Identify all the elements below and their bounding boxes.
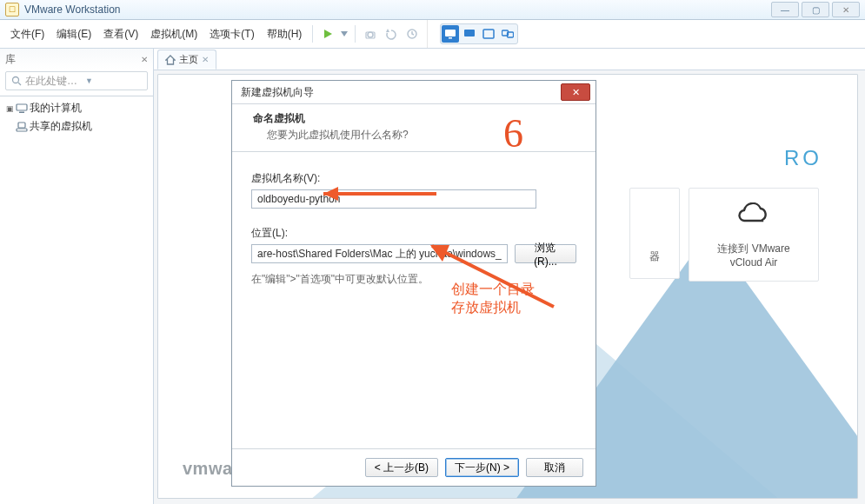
browse-button[interactable]: 浏览(R)... [515, 244, 576, 263]
dialog-heading: 命名虚拟机 [253, 111, 582, 126]
power-on-button[interactable] [318, 24, 337, 43]
dialog-titlebar: 新建虚拟机向导 ✕ [232, 81, 596, 104]
card-line2: vCloud Air [696, 256, 811, 269]
app-body: 库 ✕ 在此处键入内容进行搜索 ▼ ▣ 我的计算机 共享的虚拟机 [0, 49, 865, 504]
svg-point-5 [408, 30, 416, 38]
minimize-button[interactable]: — [771, 2, 799, 17]
product-pro-text: RO [784, 146, 822, 170]
new-vm-wizard-dialog: 新建虚拟机向导 ✕ 命名虚拟机 您要为此虚拟机使用什么名称? 虚拟机名称(V):… [231, 80, 596, 487]
svg-rect-9 [483, 30, 494, 38]
svg-rect-7 [449, 37, 452, 39]
search-placeholder: 在此处键入内容进行搜索 [25, 74, 82, 89]
expand-icon [5, 123, 14, 131]
menu-edit[interactable]: 编辑(E) [51, 25, 96, 43]
card-line1: 连接到 VMware [696, 242, 811, 256]
svg-rect-14 [17, 104, 27, 110]
view-mode-fullscreen-button[interactable] [480, 25, 497, 43]
back-button[interactable]: < 上一步(B) [365, 458, 438, 477]
multimonitor-icon [502, 29, 514, 39]
dialog-body: 虚拟机名称(V): 位置(L): 浏览(R)... 在"编辑">"首选项"中可更… [232, 152, 596, 448]
play-icon [322, 28, 334, 40]
manage-snapshot-button[interactable] [403, 24, 422, 43]
tree-item-my-computer[interactable]: ▣ 我的计算机 [0, 99, 153, 117]
view-mode-unity-button[interactable] [461, 25, 478, 43]
view-mode-multi-button[interactable] [499, 25, 516, 43]
card-label: 器 [637, 249, 672, 264]
chevron-down-icon: ▼ [85, 76, 142, 85]
app-title: VMware Workstation [24, 3, 120, 16]
svg-line-13 [18, 83, 21, 85]
menu-tabs[interactable]: 选项卡(T) [204, 25, 259, 43]
fullscreen-icon [482, 29, 495, 39]
search-icon [11, 76, 22, 86]
svg-marker-1 [341, 31, 348, 36]
svg-rect-16 [18, 123, 25, 128]
clock-icon [406, 28, 418, 40]
tree-item-label: 我的计算机 [30, 101, 82, 116]
card-remote-server[interactable]: 器 [629, 188, 680, 279]
view-mode-console-button[interactable] [442, 25, 459, 43]
next-label: 下一步(N) > [455, 461, 509, 475]
app-titlebar: ☐ VMware Workstation — ▢ ✕ [0, 0, 865, 20]
revert-snapshot-button[interactable] [382, 24, 401, 43]
tab-close-button[interactable]: ✕ [202, 55, 209, 64]
back-label: < 上一步(B) [375, 461, 429, 475]
svg-point-12 [13, 77, 19, 83]
monitor-icon [444, 29, 456, 39]
toolbar [428, 20, 523, 48]
menubar: 文件(F) 编辑(E) 查看(V) 虚拟机(M) 选项卡(T) 帮助(H) [0, 20, 865, 49]
svg-rect-8 [464, 30, 475, 36]
library-header: 库 ✕ [0, 49, 153, 68]
svg-marker-0 [324, 30, 332, 38]
vm-location-row: 浏览(R)... [251, 244, 576, 263]
cloud-icon [696, 202, 811, 233]
snapshot-button[interactable] [361, 24, 380, 43]
card-vcloud-air[interactable]: 连接到 VMware vCloud Air [689, 188, 819, 282]
window-controls: — ▢ ✕ [771, 2, 860, 17]
vm-location-label: 位置(L): [251, 226, 576, 241]
tab-strip: 主页 ✕ [154, 49, 865, 70]
expand-icon: ▣ [5, 104, 14, 113]
app-icon: ☐ [5, 3, 19, 17]
maximize-button[interactable]: ▢ [802, 2, 829, 17]
svg-rect-15 [19, 111, 24, 113]
main-area: 主页 ✕ RO 器 连接到 VMware vCloud Air vmware® [154, 49, 865, 504]
toolbar-separator [355, 25, 356, 43]
svg-rect-10 [502, 30, 509, 36]
tab-label: 主页 [179, 53, 198, 66]
vm-name-input[interactable] [251, 189, 536, 209]
dialog-subheading: 您要为此虚拟机使用什么名称? [253, 126, 582, 143]
screen-icon [463, 29, 476, 39]
dialog-close-button[interactable]: ✕ [561, 83, 590, 101]
svg-rect-3 [366, 32, 375, 38]
tree-item-label: 共享的虚拟机 [30, 119, 92, 134]
menu-view[interactable]: 查看(V) [98, 25, 143, 43]
revert-icon [385, 28, 397, 40]
menu-help[interactable]: 帮助(H) [262, 25, 308, 43]
menu-items: 文件(F) 编辑(E) 查看(V) 虚拟机(M) 选项卡(T) 帮助(H) [0, 20, 428, 48]
library-title: 库 [5, 52, 16, 67]
svg-marker-4 [386, 29, 389, 32]
cancel-label: 取消 [544, 461, 565, 475]
library-search[interactable]: 在此处键入内容进行搜索 ▼ [5, 71, 148, 90]
computer-icon [16, 103, 28, 114]
svg-rect-11 [508, 32, 514, 37]
browse-button-label: 浏览(R)... [524, 241, 567, 268]
dialog-buttons: < 上一步(B) 下一步(N) > 取消 [232, 448, 596, 486]
tab-home[interactable]: 主页 ✕ [157, 50, 216, 70]
menu-file[interactable]: 文件(F) [5, 25, 50, 43]
vm-location-input[interactable] [251, 244, 508, 263]
view-mode-group [440, 23, 518, 44]
power-menu-button[interactable] [339, 24, 349, 43]
close-window-button[interactable]: ✕ [832, 2, 860, 17]
menu-vm[interactable]: 虚拟机(M) [145, 25, 203, 43]
close-panel-button[interactable]: ✕ [141, 55, 148, 64]
cancel-button[interactable]: 取消 [526, 458, 583, 477]
default-location-hint: 在"编辑">"首选项"中可更改默认位置。 [251, 272, 576, 287]
next-button[interactable]: 下一步(N) > [445, 458, 519, 477]
svg-rect-6 [445, 30, 456, 36]
library-tree: ▣ 我的计算机 共享的虚拟机 [0, 96, 153, 504]
chevron-down-icon [341, 31, 348, 36]
tree-item-shared-vms[interactable]: 共享的虚拟机 [0, 117, 153, 136]
toolbar-separator [312, 25, 313, 43]
